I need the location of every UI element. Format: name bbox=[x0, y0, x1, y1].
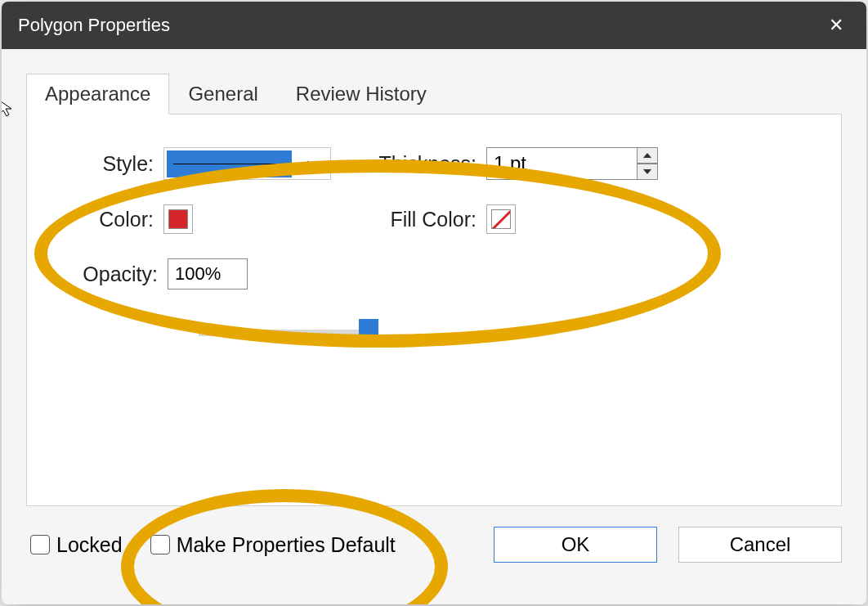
style-swatch bbox=[167, 150, 292, 177]
opacity-label: Opacity: bbox=[76, 263, 158, 286]
thickness-label: Thickness: bbox=[370, 152, 477, 176]
content-area: Appearance General Review History Style:… bbox=[2, 49, 866, 604]
fill-color-well[interactable] bbox=[486, 204, 516, 234]
thickness-spin-up[interactable] bbox=[637, 147, 658, 164]
bottom-row: Locked Make Properties Default OK Cancel bbox=[26, 506, 842, 563]
style-select[interactable] bbox=[163, 147, 331, 180]
fill-color-label: Fill Color: bbox=[370, 208, 477, 231]
locked-checkbox[interactable]: Locked bbox=[30, 533, 123, 557]
color-label: Color: bbox=[76, 208, 154, 231]
slider-thumb[interactable] bbox=[359, 319, 378, 347]
tab-general[interactable]: General bbox=[169, 74, 276, 114]
thickness-spin-down[interactable] bbox=[637, 164, 658, 180]
checkbox-box bbox=[30, 535, 50, 554]
thickness-spinner bbox=[637, 147, 658, 180]
tab-panel-appearance: Style: Thickness: bbox=[26, 114, 842, 506]
window-title: Polygon Properties bbox=[18, 15, 170, 36]
tab-bar: Appearance General Review History bbox=[26, 74, 842, 114]
chevron-down-icon bbox=[294, 160, 330, 167]
locked-label: Locked bbox=[56, 533, 123, 557]
make-default-label: Make Properties Default bbox=[177, 533, 396, 557]
thickness-input[interactable] bbox=[486, 147, 638, 180]
tab-appearance[interactable]: Appearance bbox=[26, 74, 169, 114]
dialog-window: Polygon Properties ✕ Appearance General … bbox=[2, 2, 866, 604]
fill-color-none-icon bbox=[491, 209, 511, 229]
color-well[interactable] bbox=[163, 204, 193, 234]
style-label: Style: bbox=[76, 152, 154, 176]
cancel-button[interactable]: Cancel bbox=[678, 527, 842, 563]
cursor-icon bbox=[2, 98, 16, 118]
color-chip bbox=[168, 209, 188, 229]
make-default-checkbox[interactable]: Make Properties Default bbox=[150, 533, 396, 557]
checkbox-box bbox=[150, 535, 170, 554]
ok-button[interactable]: OK bbox=[494, 527, 657, 563]
opacity-input[interactable] bbox=[168, 258, 248, 290]
title-bar: Polygon Properties ✕ bbox=[2, 2, 866, 49]
tab-review-history[interactable]: Review History bbox=[277, 74, 445, 114]
slider-track bbox=[199, 330, 370, 336]
opacity-slider[interactable] bbox=[199, 322, 370, 343]
close-icon[interactable]: ✕ bbox=[822, 13, 850, 38]
